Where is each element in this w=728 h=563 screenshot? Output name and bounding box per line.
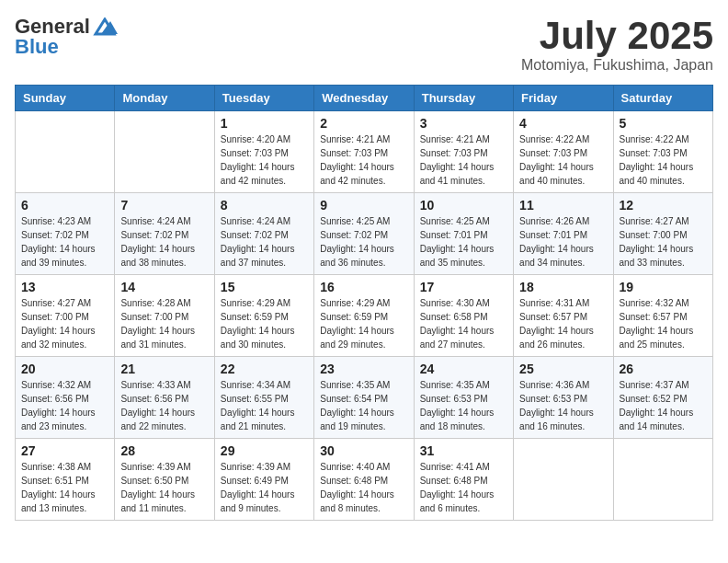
day-info: Sunrise: 4:31 AMSunset: 6:57 PMDaylight:… [519,296,607,351]
day-info: Sunrise: 4:37 AMSunset: 6:52 PMDaylight:… [620,378,707,433]
day-info: Sunrise: 4:27 AMSunset: 7:00 PMDaylight:… [21,296,108,351]
day-info: Sunrise: 4:28 AMSunset: 7:00 PMDaylight:… [120,296,208,351]
day-number: 8 [221,198,308,213]
calendar-cell: 31 Sunrise: 4:41 AMSunset: 6:48 PMDaylig… [414,439,513,521]
calendar-cell: 9 Sunrise: 4:25 AMSunset: 7:02 PMDayligh… [314,193,414,275]
logo-icon [92,17,118,36]
day-number: 4 [519,116,607,131]
day-info: Sunrise: 4:35 AMSunset: 6:54 PMDaylight:… [320,378,407,433]
day-info: Sunrise: 4:41 AMSunset: 6:48 PMDaylight:… [420,460,507,515]
day-number: 20 [21,362,108,376]
day-info: Sunrise: 4:25 AMSunset: 7:01 PMDaylight:… [420,214,507,270]
day-info: Sunrise: 4:39 AMSunset: 6:50 PMDaylight:… [120,460,208,515]
weekday-header-wednesday: Wednesday [314,86,414,111]
day-number: 29 [221,443,308,458]
day-number: 7 [120,198,208,213]
day-number: 14 [120,280,208,294]
calendar-cell: 3 Sunrise: 4:21 AMSunset: 7:03 PMDayligh… [414,111,513,193]
day-info: Sunrise: 4:20 AMSunset: 7:03 PMDaylight:… [221,132,308,188]
day-number: 2 [320,116,407,131]
day-number: 11 [519,198,607,213]
calendar-cell: 23 Sunrise: 4:35 AMSunset: 6:54 PMDaylig… [314,357,414,439]
day-number: 3 [420,116,507,131]
day-number: 27 [21,443,108,458]
day-info: Sunrise: 4:21 AMSunset: 7:03 PMDaylight:… [420,132,507,188]
calendar-cell [613,439,712,521]
week-row-4: 20 Sunrise: 4:32 AMSunset: 6:56 PMDaylig… [16,357,713,439]
day-info: Sunrise: 4:34 AMSunset: 6:55 PMDaylight:… [221,378,308,433]
day-info: Sunrise: 4:32 AMSunset: 6:57 PMDaylight:… [620,296,707,351]
calendar: SundayMondayTuesdayWednesdayThursdayFrid… [15,85,713,521]
calendar-cell: 17 Sunrise: 4:30 AMSunset: 6:58 PMDaylig… [414,275,513,357]
day-info: Sunrise: 4:22 AMSunset: 7:03 PMDaylight:… [519,132,607,188]
calendar-cell: 10 Sunrise: 4:25 AMSunset: 7:01 PMDaylig… [414,193,513,275]
day-info: Sunrise: 4:27 AMSunset: 7:00 PMDaylight:… [620,214,707,270]
title-area: July 2025 Motomiya, Fukushima, Japan [521,15,713,74]
day-info: Sunrise: 4:25 AMSunset: 7:02 PMDaylight:… [320,214,407,270]
day-number: 15 [221,280,308,294]
day-number: 6 [21,198,108,213]
calendar-cell: 5 Sunrise: 4:22 AMSunset: 7:03 PMDayligh… [613,111,712,193]
header: General Blue July 2025 Motomiya, Fukushi… [15,15,713,74]
day-info: Sunrise: 4:40 AMSunset: 6:48 PMDaylight:… [320,460,407,515]
week-row-2: 6 Sunrise: 4:23 AMSunset: 7:02 PMDayligh… [16,193,713,275]
day-number: 5 [620,116,707,131]
day-info: Sunrise: 4:24 AMSunset: 7:02 PMDaylight:… [221,214,308,270]
day-info: Sunrise: 4:33 AMSunset: 6:56 PMDaylight:… [120,378,208,433]
weekday-header-sunday: Sunday [16,86,115,111]
day-info: Sunrise: 4:22 AMSunset: 7:03 PMDaylight:… [620,132,707,188]
weekday-header-monday: Monday [115,86,214,111]
month-title: July 2025 [521,15,713,57]
calendar-cell: 6 Sunrise: 4:23 AMSunset: 7:02 PMDayligh… [16,193,115,275]
week-row-1: 1 Sunrise: 4:20 AMSunset: 7:03 PMDayligh… [16,111,713,193]
day-info: Sunrise: 4:29 AMSunset: 6:59 PMDaylight:… [320,296,407,351]
day-number: 25 [519,362,607,376]
weekday-header-tuesday: Tuesday [214,86,313,111]
calendar-cell: 11 Sunrise: 4:26 AMSunset: 7:01 PMDaylig… [514,193,613,275]
day-number: 23 [320,362,407,376]
day-number: 26 [620,362,707,376]
calendar-cell: 16 Sunrise: 4:29 AMSunset: 6:59 PMDaylig… [314,275,414,357]
day-number: 31 [420,443,507,458]
weekday-header-thursday: Thursday [414,86,513,111]
day-number: 10 [420,198,507,213]
calendar-cell: 1 Sunrise: 4:20 AMSunset: 7:03 PMDayligh… [214,111,313,193]
calendar-cell: 13 Sunrise: 4:27 AMSunset: 7:00 PMDaylig… [16,275,115,357]
calendar-cell: 18 Sunrise: 4:31 AMSunset: 6:57 PMDaylig… [514,275,613,357]
calendar-cell: 22 Sunrise: 4:34 AMSunset: 6:55 PMDaylig… [214,357,313,439]
day-info: Sunrise: 4:26 AMSunset: 7:01 PMDaylight:… [519,214,607,270]
day-number: 22 [221,362,308,376]
day-info: Sunrise: 4:38 AMSunset: 6:51 PMDaylight:… [21,460,108,515]
day-info: Sunrise: 4:24 AMSunset: 7:02 PMDaylight:… [120,214,208,270]
calendar-cell: 12 Sunrise: 4:27 AMSunset: 7:00 PMDaylig… [613,193,712,275]
calendar-cell [115,111,214,193]
day-number: 28 [120,443,208,458]
logo: General Blue [15,15,118,59]
calendar-cell: 21 Sunrise: 4:33 AMSunset: 6:56 PMDaylig… [115,357,214,439]
calendar-cell: 15 Sunrise: 4:29 AMSunset: 6:59 PMDaylig… [214,275,313,357]
calendar-cell: 8 Sunrise: 4:24 AMSunset: 7:02 PMDayligh… [214,193,313,275]
day-number: 17 [420,280,507,294]
day-number: 21 [120,362,208,376]
day-number: 13 [21,280,108,294]
day-info: Sunrise: 4:21 AMSunset: 7:03 PMDaylight:… [320,132,407,188]
day-number: 30 [320,443,407,458]
calendar-cell: 4 Sunrise: 4:22 AMSunset: 7:03 PMDayligh… [514,111,613,193]
calendar-cell: 30 Sunrise: 4:40 AMSunset: 6:48 PMDaylig… [314,439,414,521]
day-info: Sunrise: 4:29 AMSunset: 6:59 PMDaylight:… [221,296,308,351]
week-row-5: 27 Sunrise: 4:38 AMSunset: 6:51 PMDaylig… [16,439,713,521]
weekday-header-row: SundayMondayTuesdayWednesdayThursdayFrid… [16,86,713,111]
calendar-cell: 29 Sunrise: 4:39 AMSunset: 6:49 PMDaylig… [214,439,313,521]
calendar-cell: 14 Sunrise: 4:28 AMSunset: 7:00 PMDaylig… [115,275,214,357]
day-number: 24 [420,362,507,376]
day-info: Sunrise: 4:32 AMSunset: 6:56 PMDaylight:… [21,378,108,433]
calendar-cell: 24 Sunrise: 4:35 AMSunset: 6:53 PMDaylig… [414,357,513,439]
calendar-cell: 19 Sunrise: 4:32 AMSunset: 6:57 PMDaylig… [613,275,712,357]
calendar-cell [514,439,613,521]
day-number: 12 [620,198,707,213]
day-number: 19 [620,280,707,294]
day-info: Sunrise: 4:39 AMSunset: 6:49 PMDaylight:… [221,460,308,515]
calendar-cell: 27 Sunrise: 4:38 AMSunset: 6:51 PMDaylig… [16,439,115,521]
weekday-header-friday: Friday [514,86,613,111]
day-number: 9 [320,198,407,213]
